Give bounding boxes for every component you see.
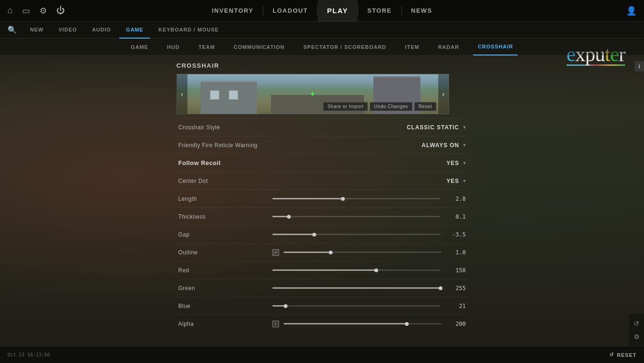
green-slider-thumb[interactable] <box>439 286 442 290</box>
game-tab-item[interactable]: ITEM <box>400 39 424 55</box>
undo-changes-button[interactable]: Undo Changes <box>370 102 412 111</box>
friendly-fire-value[interactable]: ALWAYS ON ▾ <box>272 142 466 149</box>
alpha-slider-track[interactable] <box>284 323 442 324</box>
center-dot-row: Center Dot YES ▾ <box>177 172 468 189</box>
gear-icon[interactable]: ⚙ <box>39 6 47 16</box>
tab-audio[interactable]: AUDIO <box>85 22 117 39</box>
settings-icon-small[interactable]: ⚙ <box>631 331 642 342</box>
game-tab-spectator-scoreboard[interactable]: SPECTATOR / SCOREBOARD <box>299 39 391 55</box>
center-dot-label: Center Dot <box>178 178 272 184</box>
tab-video[interactable]: VIDEO <box>52 22 84 39</box>
main-nav: INVENTORY LOADOUT PLAY STORE NEWS <box>202 0 442 22</box>
home-icon[interactable]: ⌂ <box>8 6 13 16</box>
game-tab-communication[interactable]: COMMUNICATION <box>229 39 289 55</box>
scene-window-1 <box>210 90 219 100</box>
reset-button[interactable]: ↺ RESET <box>609 352 636 358</box>
alpha-checkbox[interactable]: ✓ <box>272 321 279 327</box>
crosshair-style-dropdown[interactable]: CLASSIC STATIC ▾ <box>407 124 466 131</box>
chevron-down-icon-2: ▾ <box>463 142 466 148</box>
tab-new[interactable]: NEW <box>23 22 50 39</box>
outline-slider-thumb[interactable] <box>329 251 333 254</box>
bottom-right-icons: ↺ ⚙ <box>629 314 644 346</box>
outline-row: Outline ✓ 1.0 <box>177 243 468 261</box>
blue-slider-track[interactable] <box>272 305 441 307</box>
crosshair-style-value[interactable]: CLASSIC STATIC ▾ <box>272 124 466 131</box>
thickness-slider-track[interactable] <box>272 216 441 217</box>
tv-icon[interactable]: ▭ <box>22 6 30 16</box>
game-tab-hud[interactable]: HUD <box>163 39 185 55</box>
thickness-label: Thickness <box>178 213 272 220</box>
gap-slider-fill <box>272 234 315 235</box>
alpha-slider-fill <box>284 323 407 324</box>
follow-recoil-dropdown[interactable]: YES ▾ <box>446 160 466 166</box>
green-value: 255 <box>446 285 466 292</box>
crosshair-style-label: Crosshair Style <box>178 124 272 131</box>
alpha-slider-thumb[interactable] <box>405 322 409 326</box>
nav-inventory[interactable]: INVENTORY <box>202 0 263 22</box>
thickness-slider-container: 0.1 <box>272 213 466 220</box>
length-row: Length 2.8 <box>177 189 468 207</box>
gap-slider-thumb[interactable] <box>312 233 316 237</box>
length-slider-fill <box>272 198 343 199</box>
gap-label: Gap <box>178 231 272 238</box>
game-tab-bar: GAME HUD TEAM COMMUNICATION SPECTATOR / … <box>0 39 644 55</box>
game-tab-team[interactable]: TEAM <box>194 39 219 55</box>
info-button[interactable]: ℹ <box>635 61 644 71</box>
chevron-down-icon: ▾ <box>463 125 466 130</box>
history-icon[interactable]: ↺ <box>631 318 642 329</box>
main-content-area: Crosshair + ‹ › Share or Import Undo Cha… <box>0 55 644 332</box>
red-slider-track[interactable] <box>272 269 441 271</box>
bottom-bar: Oct 13 16:13:66 ↺ RESET <box>0 346 644 363</box>
length-value: 2.8 <box>446 196 466 202</box>
nav-profile-icon[interactable]: 👤 <box>626 6 636 16</box>
game-tab-crosshair[interactable]: CROSSHAIR <box>473 39 518 55</box>
alpha-label: Alpha <box>178 321 272 327</box>
reset-icon: ↺ <box>609 352 614 358</box>
follow-recoil-row: Follow Recoil YES ▾ <box>177 154 468 172</box>
blue-slider-container: 21 <box>272 303 466 309</box>
scene-window-2 <box>229 90 238 100</box>
nav-news[interactable]: NEWS <box>402 0 442 22</box>
thickness-value: 0.1 <box>446 213 466 220</box>
thickness-slider-thumb[interactable] <box>287 215 291 219</box>
section-title: Crosshair <box>177 62 468 69</box>
outline-checkbox[interactable]: ✓ <box>272 249 279 256</box>
green-slider-container: 255 <box>272 285 466 292</box>
game-tab-game[interactable]: GAME <box>126 39 153 55</box>
nav-play[interactable]: PLAY <box>318 0 357 22</box>
tab-keyboard-mouse[interactable]: KEYBOARD / MOUSE <box>152 22 225 39</box>
thickness-slider-fill <box>272 216 289 217</box>
check-icon-2: ✓ <box>274 321 278 326</box>
game-tab-radar[interactable]: RADAR <box>434 39 464 55</box>
share-import-button[interactable]: Share or Import <box>323 102 368 111</box>
green-slider-track[interactable] <box>272 287 441 289</box>
blue-slider-thumb[interactable] <box>284 304 287 308</box>
preview-prev-button[interactable]: ‹ <box>177 74 187 114</box>
outline-slider-track[interactable] <box>284 252 442 253</box>
follow-recoil-label: Follow Recoil <box>178 159 272 166</box>
nav-loadout[interactable]: LOADOUT <box>264 0 318 22</box>
preview-next-button[interactable]: › <box>438 74 449 114</box>
red-slider-thumb[interactable] <box>374 268 378 272</box>
length-slider-thumb[interactable] <box>341 197 345 201</box>
outline-value: 1.0 <box>446 249 466 256</box>
search-icon[interactable]: 🔍 <box>8 25 17 34</box>
reset-label: RESET <box>617 352 636 358</box>
reset-preview-button[interactable]: Reset <box>414 102 436 111</box>
nav-store[interactable]: STORE <box>358 0 401 22</box>
alpha-value: 200 <box>446 321 466 327</box>
length-slider-track[interactable] <box>272 198 441 199</box>
power-icon[interactable]: ⏻ <box>56 6 65 16</box>
gap-slider-track[interactable] <box>272 234 441 235</box>
preview-action-buttons: Share or Import Undo Changes Reset <box>323 102 436 111</box>
tab-game[interactable]: GAME <box>119 22 150 39</box>
follow-recoil-value[interactable]: YES ▾ <box>272 160 466 166</box>
friendly-fire-row: Friendly Fire Reticle Warning ALWAYS ON … <box>177 136 468 154</box>
length-label: Length <box>178 196 272 202</box>
center-dot-value[interactable]: YES ▾ <box>272 178 466 184</box>
blue-row: Blue 21 <box>177 297 468 315</box>
red-value: 158 <box>446 267 466 274</box>
friendly-fire-dropdown[interactable]: ALWAYS ON ▾ <box>422 142 466 149</box>
red-slider-container: 158 <box>272 267 466 274</box>
center-dot-dropdown[interactable]: YES ▾ <box>446 178 466 184</box>
